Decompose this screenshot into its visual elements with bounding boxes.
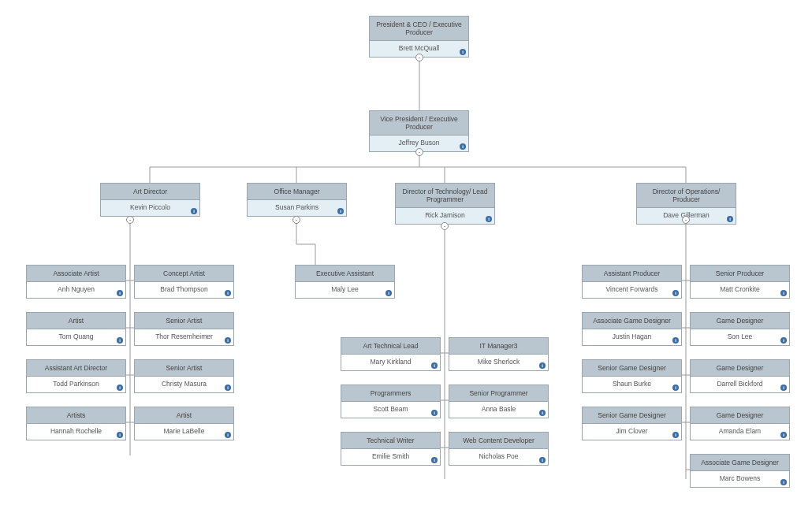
node-ops-child[interactable]: Associate Game DesignerJustin Hagani [582, 312, 682, 346]
info-icon[interactable]: i [460, 143, 466, 150]
info-icon[interactable]: i [486, 216, 492, 222]
node-title: Game Designer [691, 360, 789, 377]
info-icon[interactable]: i [225, 337, 231, 344]
node-ops-child[interactable]: Associate Game DesignerMarc Bowensi [690, 454, 790, 488]
node-art-child[interactable]: ArtistMarie LaBellei [134, 407, 234, 440]
node-name: Anna Baslei [449, 402, 548, 418]
node-title: Game Designer [691, 313, 789, 329]
node-name: Susan Parkinsi [248, 200, 346, 216]
info-icon[interactable]: i [431, 410, 438, 416]
node-title: Artists [27, 407, 125, 424]
info-icon[interactable]: i [225, 385, 231, 391]
node-title: Associate Artist [27, 266, 125, 282]
info-icon[interactable]: i [727, 216, 733, 222]
info-icon[interactable]: i [117, 337, 123, 344]
node-title: Director of Technology/ Lead Programmer [396, 184, 494, 208]
info-icon[interactable]: i [780, 337, 787, 344]
info-icon[interactable]: i [780, 479, 787, 485]
info-icon[interactable]: i [225, 290, 231, 296]
collapse-icon[interactable]: - [682, 216, 690, 224]
node-title: Web Content Developer [449, 433, 548, 449]
node-ops-child[interactable]: Assistant ProducerVincent Forwardsi [582, 265, 682, 299]
info-icon[interactable]: i [672, 432, 679, 438]
node-name: Amanda Elami [691, 424, 789, 440]
node-title: Office Manager [248, 184, 346, 200]
info-icon[interactable]: i [780, 290, 787, 296]
info-icon[interactable]: i [780, 432, 787, 438]
node-art-child[interactable]: Senior ArtistChristy Masurai [134, 359, 234, 393]
info-icon[interactable]: i [460, 49, 466, 55]
node-ops-child[interactable]: Senior ProducerMatt Cronkitei [690, 265, 790, 299]
node-art-director[interactable]: Art Director Kevin Piccoloi [100, 183, 200, 217]
info-icon[interactable]: i [117, 290, 123, 296]
info-icon[interactable]: i [337, 208, 344, 214]
info-icon[interactable]: i [117, 432, 123, 438]
info-icon[interactable]: i [672, 290, 679, 296]
node-title: Assistant Producer [583, 266, 681, 282]
info-icon[interactable]: i [672, 337, 679, 344]
node-tech-director[interactable]: Director of Technology/ Lead Programmer … [395, 183, 495, 225]
node-title: Senior Producer [691, 266, 789, 282]
node-name: Tom Quangi [27, 329, 125, 345]
collapse-icon[interactable]: - [415, 148, 423, 156]
info-icon[interactable]: i [539, 362, 546, 369]
node-ops-child[interactable]: Senior Game DesignerJim Cloveri [582, 407, 682, 440]
node-art-child[interactable]: Concept ArtistBrad Thompsoni [134, 265, 234, 299]
node-art-child[interactable]: Senior ArtistThor Resemheimeri [134, 312, 234, 346]
node-title: Associate Game Designer [583, 313, 681, 329]
collapse-icon[interactable]: - [441, 222, 449, 230]
node-title: Associate Game Designer [691, 455, 789, 471]
node-name: Mike Sherlocki [449, 355, 548, 370]
node-ops-child[interactable]: Game DesignerSon Leei [690, 312, 790, 346]
node-name: Kevin Piccoloi [101, 200, 199, 216]
collapse-icon[interactable]: - [292, 216, 300, 224]
node-title: Senior Artist [135, 313, 233, 329]
node-title: Artist [27, 313, 125, 329]
node-title: Art Technical Lead [341, 338, 440, 355]
node-art-child[interactable]: ArtistsHannah Rochellei [26, 407, 126, 440]
info-icon[interactable]: i [539, 457, 546, 463]
node-title: President & CEO / Executive Producer [370, 17, 468, 41]
node-tech-child[interactable]: IT Manager3Mike Sherlocki [449, 337, 549, 371]
node-art-child[interactable]: Assistant Art DirectorTodd Parkinsoni [26, 359, 126, 393]
node-office-manager[interactable]: Office Manager Susan Parkinsi [247, 183, 347, 217]
info-icon[interactable]: i [431, 362, 438, 369]
node-ops-child[interactable]: Game DesignerAmanda Elami [690, 407, 790, 440]
info-icon[interactable]: i [539, 410, 546, 416]
node-tech-child[interactable]: Senior ProgrammerAnna Baslei [449, 385, 549, 418]
node-title: Game Designer [691, 407, 789, 424]
info-icon[interactable]: i [431, 457, 438, 463]
node-tech-child[interactable]: Technical WriterEmilie Smithi [341, 432, 441, 466]
node-name: Todd Parkinsoni [27, 377, 125, 392]
info-icon[interactable]: i [191, 208, 197, 214]
node-tech-child[interactable]: Art Technical LeadMary Kirklandi [341, 337, 441, 371]
node-vp[interactable]: Vice President / Executive Producer Jeff… [369, 110, 469, 152]
node-office-child[interactable]: Executive AssistantMaly Leei [295, 265, 395, 299]
node-ops-child[interactable]: Game DesignerDarrell Bickfordi [690, 359, 790, 393]
collapse-icon[interactable]: - [126, 216, 134, 224]
node-title: Senior Programmer [449, 385, 548, 402]
node-name: Maly Leei [296, 282, 394, 298]
node-art-child[interactable]: Associate ArtistAnh Nguyeni [26, 265, 126, 299]
node-title: IT Manager3 [449, 338, 548, 355]
info-icon[interactable]: i [672, 385, 679, 391]
node-title: Senior Artist [135, 360, 233, 377]
node-art-child[interactable]: ArtistTom Quangi [26, 312, 126, 346]
node-name: Vincent Forwardsi [583, 282, 681, 298]
collapse-icon[interactable]: - [415, 54, 423, 61]
info-icon[interactable]: i [225, 432, 231, 438]
node-name: Thor Resemheimeri [135, 329, 233, 345]
node-ops-child[interactable]: Senior Game DesignerShaun Burkei [582, 359, 682, 393]
node-name: Christy Masurai [135, 377, 233, 392]
info-icon[interactable]: i [117, 385, 123, 391]
node-tech-child[interactable]: ProgrammersScott Beami [341, 385, 441, 418]
info-icon[interactable]: i [780, 385, 787, 391]
info-icon[interactable]: i [386, 290, 392, 296]
node-title: Assistant Art Director [27, 360, 125, 377]
node-title: Programmers [341, 385, 440, 402]
node-tech-child[interactable]: Web Content DeveloperNicholas Poei [449, 432, 549, 466]
node-ceo[interactable]: President & CEO / Executive Producer Bre… [369, 16, 469, 58]
node-name: Anh Nguyeni [27, 282, 125, 298]
node-title: Concept Artist [135, 266, 233, 282]
node-name: Nicholas Poei [449, 449, 548, 465]
